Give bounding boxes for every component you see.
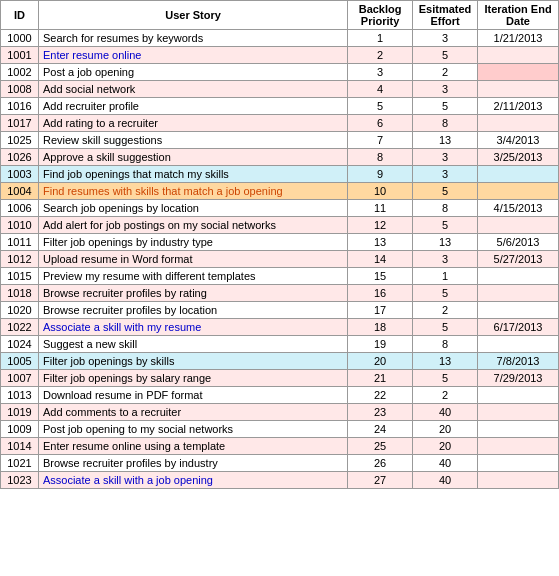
cell-iter: 3/25/2013 [478,149,559,166]
cell-effort: 8 [413,200,478,217]
header-iter: Iteration End Date [478,1,559,30]
cell-backlog: 21 [348,370,413,387]
cell-effort: 3 [413,149,478,166]
cell-id: 1017 [1,115,39,132]
cell-story: Find resumes with skills that match a jo… [38,183,347,200]
cell-iter [478,81,559,98]
table-row: 1015Preview my resume with different tem… [1,268,559,285]
cell-iter [478,166,559,183]
cell-id: 1022 [1,319,39,336]
cell-iter: 5/6/2013 [478,234,559,251]
cell-story: Post a job opening [38,64,347,81]
cell-story: Upload resume in Word format [38,251,347,268]
cell-effort: 3 [413,166,478,183]
cell-effort: 5 [413,370,478,387]
cell-backlog: 12 [348,217,413,234]
cell-iter [478,217,559,234]
backlog-table: ID User Story Backlog Priority Esitmated… [0,0,559,489]
cell-id: 1025 [1,132,39,149]
cell-backlog: 10 [348,183,413,200]
table-row: 1008Add social network43 [1,81,559,98]
cell-effort: 2 [413,64,478,81]
cell-id: 1024 [1,336,39,353]
cell-backlog: 7 [348,132,413,149]
cell-effort: 5 [413,285,478,302]
cell-iter: 2/11/2013 [478,98,559,115]
cell-iter [478,302,559,319]
table-row: 1021Browse recruiter profiles by industr… [1,455,559,472]
cell-id: 1023 [1,472,39,489]
cell-iter [478,387,559,404]
cell-id: 1020 [1,302,39,319]
cell-backlog: 13 [348,234,413,251]
table-row: 1020Browse recruiter profiles by locatio… [1,302,559,319]
cell-effort: 8 [413,336,478,353]
cell-story: Add alert for job postings on my social … [38,217,347,234]
cell-iter: 5/27/2013 [478,251,559,268]
cell-iter [478,47,559,64]
cell-story: Search job openings by location [38,200,347,217]
cell-id: 1010 [1,217,39,234]
cell-iter: 4/15/2013 [478,200,559,217]
table-row: 1018Browse recruiter profiles by rating1… [1,285,559,302]
cell-effort: 5 [413,183,478,200]
cell-iter [478,285,559,302]
cell-effort: 3 [413,251,478,268]
cell-iter [478,421,559,438]
cell-effort: 5 [413,98,478,115]
cell-backlog: 4 [348,81,413,98]
cell-effort: 13 [413,132,478,149]
cell-effort: 3 [413,30,478,47]
table-row: 1014Enter resume online using a template… [1,438,559,455]
cell-story: Download resume in PDF format [38,387,347,404]
cell-iter: 3/4/2013 [478,132,559,149]
header-story: User Story [38,1,347,30]
cell-id: 1026 [1,149,39,166]
table-row: 1012Upload resume in Word format1435/27/… [1,251,559,268]
cell-iter [478,268,559,285]
cell-backlog: 25 [348,438,413,455]
cell-id: 1019 [1,404,39,421]
cell-backlog: 17 [348,302,413,319]
cell-backlog: 5 [348,98,413,115]
cell-effort: 3 [413,81,478,98]
cell-id: 1013 [1,387,39,404]
cell-story: Browse recruiter profiles by location [38,302,347,319]
cell-effort: 20 [413,421,478,438]
table-row: 1005Filter job openings by skills20137/8… [1,353,559,370]
cell-id: 1014 [1,438,39,455]
cell-iter: 7/29/2013 [478,370,559,387]
cell-story: Add comments to a recruiter [38,404,347,421]
cell-backlog: 19 [348,336,413,353]
cell-id: 1008 [1,81,39,98]
table-row: 1006Search job openings by location1184/… [1,200,559,217]
cell-id: 1002 [1,64,39,81]
header-id: ID [1,1,39,30]
cell-id: 1021 [1,455,39,472]
cell-backlog: 24 [348,421,413,438]
cell-id: 1018 [1,285,39,302]
cell-backlog: 11 [348,200,413,217]
cell-backlog: 3 [348,64,413,81]
cell-id: 1006 [1,200,39,217]
table-row: 1017Add rating to a recruiter68 [1,115,559,132]
cell-backlog: 9 [348,166,413,183]
cell-id: 1012 [1,251,39,268]
cell-id: 1000 [1,30,39,47]
cell-story: Associate a skill with my resume [38,319,347,336]
cell-effort: 5 [413,47,478,64]
cell-id: 1011 [1,234,39,251]
cell-story: Enter resume online using a template [38,438,347,455]
cell-id: 1004 [1,183,39,200]
table-row: 1025Review skill suggestions7133/4/2013 [1,132,559,149]
cell-backlog: 8 [348,149,413,166]
cell-iter [478,472,559,489]
cell-story: Add social network [38,81,347,98]
cell-story: Browse recruiter profiles by industry [38,455,347,472]
table-row: 1007Filter job openings by salary range2… [1,370,559,387]
cell-backlog: 22 [348,387,413,404]
cell-iter: 6/17/2013 [478,319,559,336]
cell-effort: 40 [413,404,478,421]
cell-backlog: 15 [348,268,413,285]
table-row: 1013Download resume in PDF format222 [1,387,559,404]
